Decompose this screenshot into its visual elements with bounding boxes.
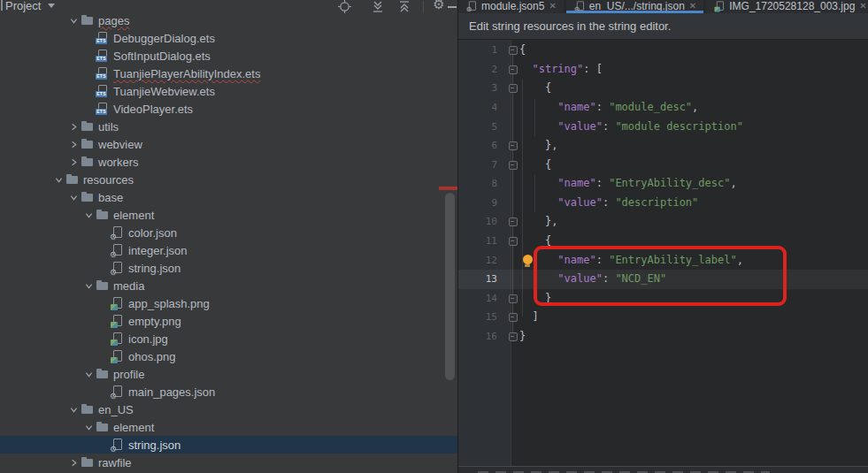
tree-row[interactable]: utils (0, 118, 457, 135)
tree-row[interactable]: ETSTuanjiePlayerAbilityIndex.ets (0, 65, 457, 82)
code-token (519, 63, 532, 75)
editor-tab[interactable]: ⚙en_US/.../string.json✕ (566, 0, 703, 13)
tree-item-label: rawfile (98, 456, 132, 469)
tree-row[interactable]: ⚙integer.json (0, 241, 457, 259)
line-number: 7 (458, 156, 497, 175)
editor-line[interactable]: 3 { (458, 79, 868, 98)
fold-end-icon[interactable] (509, 217, 518, 226)
editor-line[interactable]: 11 { (458, 232, 868, 251)
editor-line[interactable]: 14 } (458, 289, 868, 309)
tree-row[interactable]: media (0, 277, 457, 294)
code-token: { (545, 234, 551, 247)
image-file-icon (111, 297, 124, 309)
chevron-collapsed-icon[interactable] (66, 455, 81, 469)
close-icon[interactable]: ✕ (689, 1, 696, 11)
fold-end-icon[interactable] (509, 332, 518, 341)
chevron-expanded-icon[interactable] (66, 13, 81, 27)
editor-line[interactable]: 10 }, (458, 212, 868, 232)
image-file-icon (715, 1, 726, 11)
fold-end-icon[interactable] (509, 141, 518, 150)
tree-row[interactable]: ETSSoftInputDialog.ets (0, 47, 457, 65)
tree-row[interactable]: ⚙string.json (0, 436, 457, 454)
tree-row[interactable]: pages (0, 11, 457, 29)
editor-line[interactable]: 5 "value": "module description" (458, 118, 868, 137)
tree-item-label: base (98, 191, 123, 204)
chevron-expanded-icon[interactable] (81, 367, 96, 381)
fold-start-icon[interactable] (509, 46, 518, 55)
tree-row[interactable]: rawfile (0, 454, 457, 471)
chevron-collapsed-icon[interactable] (66, 155, 81, 169)
fold-end-icon[interactable] (509, 313, 518, 322)
code-editor[interactable]: 1{2 "string": [3 {4 "name": "module_desc… (458, 40, 868, 466)
editor-line[interactable]: 6 }, (458, 136, 868, 156)
tree-row[interactable]: ETSTuanjieWebview.ets (0, 82, 457, 100)
line-number: 13 (458, 270, 497, 289)
chevron-expanded-icon[interactable] (66, 190, 81, 204)
tree-row[interactable]: base (0, 188, 457, 206)
chevron-expanded-icon[interactable] (81, 278, 96, 293)
json-key: "name" (557, 177, 595, 189)
editor-notification-banner: Edit string resources in the string edit… (458, 13, 868, 40)
tree-row[interactable]: element (0, 206, 457, 224)
code-token: } (519, 330, 526, 342)
fold-end-icon[interactable] (509, 294, 518, 303)
fold-start-icon[interactable] (509, 84, 518, 93)
editor-line[interactable]: 8 "name": "EntryAbility_desc", (458, 174, 868, 194)
editor-line[interactable]: 13 "value": "NCD_EN" (458, 270, 868, 289)
tree-row[interactable]: profile (0, 365, 457, 383)
code-token: : [ (583, 63, 603, 75)
chevron-collapsed-icon[interactable] (66, 119, 81, 134)
chevron-expanded-icon[interactable] (66, 402, 81, 416)
tree-row[interactable]: en_US (0, 401, 457, 418)
code-token: }, (545, 215, 557, 227)
folder-icon (81, 156, 94, 168)
tree-row[interactable]: ohos.png (0, 347, 457, 365)
tab-label: module.json5 (481, 0, 544, 12)
chevron-expanded-icon[interactable] (81, 420, 96, 434)
tree-row[interactable]: workers (0, 153, 457, 171)
tree-row[interactable]: ETSVideoPlayer.ets (0, 100, 457, 118)
editor-line[interactable]: 7 { (458, 156, 868, 175)
chevron-collapsed-icon[interactable] (66, 137, 81, 151)
tree-row[interactable]: webview (0, 135, 457, 153)
intention-bulb-icon[interactable] (523, 255, 533, 264)
editor-line[interactable]: 16} (458, 327, 868, 347)
tree-row[interactable]: empty.png (0, 312, 457, 330)
fold-start-icon[interactable] (509, 161, 518, 170)
chevron-expanded-icon[interactable] (81, 208, 96, 222)
editor-line[interactable]: 2 "string": [ (458, 60, 868, 80)
code-text: "name": "module_desc", (519, 98, 698, 118)
ets-file-icon: ETS (96, 103, 109, 115)
json-key: "value" (557, 120, 603, 133)
code-text: "value": "module description" (519, 118, 743, 137)
editor-line[interactable]: 1{ (458, 41, 868, 60)
editor-tab[interactable]: IMG_1720528128_003.jpg✕ (706, 0, 868, 13)
tree-item-label: SoftInputDialog.ets (113, 50, 211, 63)
editor-line[interactable]: 4 "name": "module_desc", (458, 98, 868, 118)
close-icon[interactable]: ✕ (859, 1, 866, 11)
fold-start-icon[interactable] (509, 237, 518, 246)
tree-row[interactable]: app_splash.png (0, 294, 457, 312)
chevron-expanded-icon[interactable] (51, 172, 65, 187)
tree-item-label: en_US (98, 403, 134, 416)
editor-line[interactable]: 9 "value": "description" (458, 194, 868, 213)
tree-scrollbar-thumb[interactable] (445, 193, 455, 380)
fold-start-icon[interactable] (509, 65, 518, 74)
tree-row[interactable]: ⚙string.json (0, 259, 457, 277)
ide-window: Project ⚙ pagesETSDebuggerDialog.etsETSS… (0, 0, 868, 473)
tree-item-label: workers (98, 156, 139, 169)
tree-row[interactable]: ETSDebuggerDialog.ets (0, 29, 457, 47)
tree-row[interactable]: ⚙main_pages.json (0, 383, 457, 401)
editor-tab[interactable]: ⚙module.json5✕ (458, 0, 564, 13)
tree-row[interactable]: element (0, 418, 457, 436)
tree-row[interactable]: ⚙color.json (0, 224, 457, 241)
editor-line[interactable]: 15 ] (458, 308, 868, 327)
code-text: "name": "EntryAbility_label", (519, 251, 743, 271)
ets-file-icon: ETS (96, 32, 109, 44)
line-number: 3 (458, 79, 497, 98)
tree-row[interactable]: resources (0, 171, 457, 188)
breadcrumb-bar (458, 466, 868, 473)
editor-line[interactable]: 12 "name": "EntryAbility_label", (458, 251, 868, 271)
tree-row[interactable]: icon.jpg (0, 330, 457, 347)
close-icon[interactable]: ✕ (549, 1, 556, 11)
